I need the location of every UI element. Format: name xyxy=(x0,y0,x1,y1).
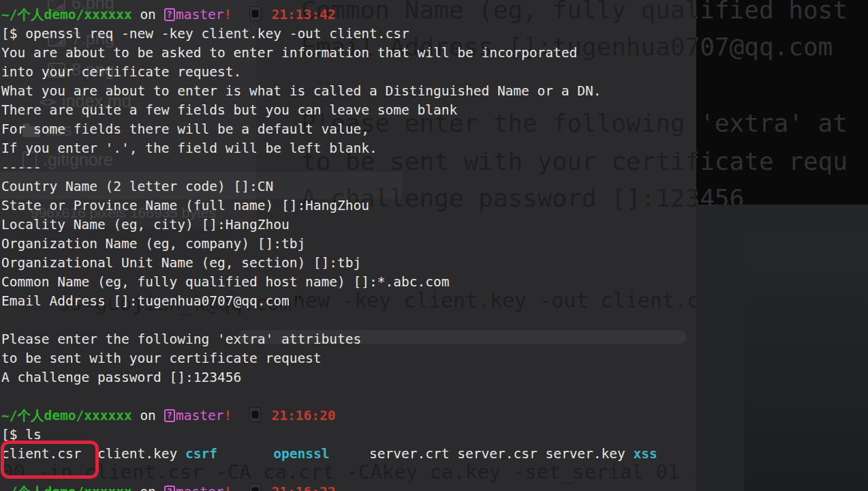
terminal-text xyxy=(156,7,164,23)
terminal-line: A challenge password []:123456 xyxy=(1,368,657,387)
prompt-branch: master xyxy=(176,484,223,491)
ls-output-line: client.csr client.key csrf openssl serve… xyxy=(1,445,657,464)
terminal-scrollback: ~/个人demo/xxxxxx on ?master! 21:13:42[$ o… xyxy=(1,5,657,491)
terminal-line: to be sent with your certificate request xyxy=(1,349,657,368)
prompt-line: ~/个人demo/xxxxxx on ?master! 21:16:20 xyxy=(1,406,657,426)
terminal-text xyxy=(538,446,546,462)
terminal-text xyxy=(132,7,140,23)
output-text: What you are about to enter is what is c… xyxy=(1,83,602,99)
prompt-line: ~/个人demo/xxxxxx on ?master! 21:13:42 xyxy=(1,5,657,25)
prompt-on: on xyxy=(140,484,155,491)
prompt-time: 21:16:20 xyxy=(271,408,335,423)
output-text: You are about to be asked to enter infor… xyxy=(1,45,577,61)
terminal-text xyxy=(232,484,247,491)
terminal-text xyxy=(450,446,458,462)
terminal-line: Organizational Unit Name (eg, section) [… xyxy=(1,254,657,273)
terminal-line: Organization Name (eg, company) []:tbj xyxy=(1,235,657,254)
output-text: A challenge password []:123456 xyxy=(1,370,241,385)
terminal-window[interactable]: 6.png7.png8.png<>index.mdxss.gitignore 9… xyxy=(0,0,696,491)
terminal-text xyxy=(625,446,634,462)
terminal-line: What you are about to enter is what is c… xyxy=(1,82,657,101)
terminal-text xyxy=(132,484,140,491)
terminal-text xyxy=(177,446,185,462)
terminal-text xyxy=(232,7,247,23)
terminal-line xyxy=(1,387,657,406)
output-text: Please enter the following 'extra' attri… xyxy=(1,331,361,347)
output-text: State or Province Name (full name) []:Ha… xyxy=(1,198,369,213)
ls-entry: server.key xyxy=(545,446,625,462)
terminal-line: into your certificate request. xyxy=(1,63,657,82)
branch-badge: ? xyxy=(164,486,175,491)
terminal-text xyxy=(232,408,247,423)
output-text: Country Name (2 letter code) []:CN xyxy=(1,179,273,194)
terminal-text xyxy=(329,446,369,462)
terminal-line: [$ openssl req -new -key client.key -out… xyxy=(1,25,657,44)
prompt-branch: master xyxy=(176,408,223,423)
ls-entry: openssl xyxy=(273,446,329,462)
prompt-bang: ! xyxy=(224,484,232,491)
terminal-line: For some fields there will be a default … xyxy=(1,120,657,139)
terminal-line: Country Name (2 letter code) []:CN xyxy=(1,177,657,196)
output-text: There are quite a few fields but you can… xyxy=(1,102,457,118)
terminal-text xyxy=(156,484,164,491)
terminal-line xyxy=(1,464,657,483)
terminal-line: If you enter '.', the field will be left… xyxy=(1,139,657,158)
output-text: If you enter '.', the field will be left… xyxy=(1,140,377,156)
output-text: into your certificate request. xyxy=(1,64,241,80)
terminal-line: Locality Name (eg, city) []:HangZhou xyxy=(1,215,657,235)
prompt-bang: ! xyxy=(224,7,232,23)
prompt-on: on xyxy=(140,7,155,23)
branch-badge: ? xyxy=(164,8,175,21)
terminal-line: State or Province Name (full name) []:Ha… xyxy=(1,196,657,215)
desktop: Common Name (eg, fully qualified hostEma… xyxy=(0,0,868,491)
ls-entry: client.key xyxy=(97,446,177,462)
ls-entry: server.crt xyxy=(369,446,449,462)
terminal-text xyxy=(217,446,273,462)
prompt-path: ~/个人demo/xxxxxx xyxy=(1,484,132,491)
terminal-text xyxy=(264,7,272,23)
terminal-line: ----- xyxy=(1,158,657,177)
prompt-branch: master xyxy=(176,7,223,23)
terminal-line: [$ ls xyxy=(1,426,657,445)
output-text: to be sent with your certificate request xyxy=(1,351,322,366)
terminal-text xyxy=(132,408,140,423)
terminal-line: Please enter the following 'extra' attri… xyxy=(1,330,657,349)
output-text: Common Name (eg, fully qualified host na… xyxy=(1,274,449,290)
prompt-path: ~/个人demo/xxxxxx xyxy=(1,7,132,23)
apple-watch-icon xyxy=(249,407,261,422)
terminal-text xyxy=(264,408,272,423)
prompt-time: 21:16:22 xyxy=(271,484,335,491)
apple-watch-icon xyxy=(249,483,261,491)
terminal-line: There are quite a few fields but you can… xyxy=(1,101,657,120)
branch-badge: ? xyxy=(164,409,175,422)
output-text: Organization Name (eg, company) []:tbj xyxy=(1,236,305,252)
prompt-time: 21:13:42 xyxy=(271,7,335,23)
prompt-bang: ! xyxy=(224,408,232,423)
ls-entry: xss xyxy=(634,446,657,462)
highlight-box-client-csr xyxy=(1,441,99,479)
ls-entry: csrf xyxy=(185,446,217,462)
background-window-panel-dark xyxy=(744,233,868,491)
output-text: For some fields there will be a default … xyxy=(1,121,369,137)
prompt-on: on xyxy=(140,408,155,423)
apple-watch-icon xyxy=(249,6,261,21)
command-text: [$ openssl req -new -key client.key -out… xyxy=(1,26,409,42)
terminal-text xyxy=(156,408,164,423)
terminal-text xyxy=(264,484,272,491)
terminal-line: You are about to be asked to enter infor… xyxy=(1,44,657,63)
output-text: Email Address []:tugenhua0707@qq.com xyxy=(1,293,290,309)
terminal-line xyxy=(1,311,657,330)
ls-entry: server.csr xyxy=(457,446,537,462)
terminal-line: Email Address []:tugenhua0707@qq.com xyxy=(1,292,657,311)
output-text: ----- xyxy=(1,160,42,175)
output-text: Organizational Unit Name (eg, section) [… xyxy=(1,255,361,271)
output-text: Locality Name (eg, city) []:HangZhou xyxy=(1,217,290,233)
prompt-line: ~/个人demo/xxxxxx on ?master! 21:16:22 xyxy=(1,483,657,491)
terminal-line: Common Name (eg, fully qualified host na… xyxy=(1,273,657,292)
prompt-path: ~/个人demo/xxxxxx xyxy=(1,408,132,423)
